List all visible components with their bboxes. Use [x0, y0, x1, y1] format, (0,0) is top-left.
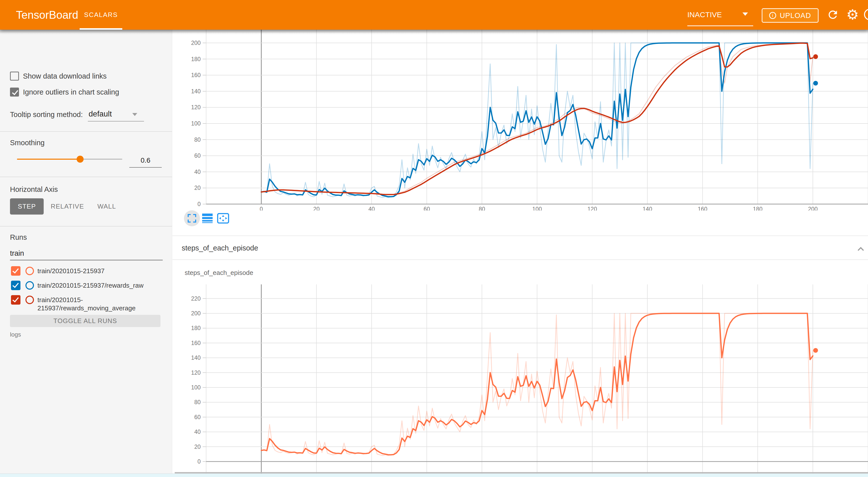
svg-text:120: 120: [191, 370, 200, 376]
run-isolator-circle[interactable]: [26, 267, 34, 275]
rewards-chart[interactable]: 0204060801001201401601802000204060801001…: [175, 30, 868, 211]
svg-text:180: 180: [191, 325, 200, 331]
run-label: train/20201015-215937: [37, 267, 163, 275]
fit-domain-icon[interactable]: [217, 213, 229, 224]
svg-text:40: 40: [368, 206, 375, 211]
runs-filter-underline: [10, 260, 163, 260]
collapse-chevron-icon[interactable]: [857, 247, 864, 252]
svg-text:220: 220: [191, 295, 200, 302]
svg-text:160: 160: [191, 340, 200, 346]
expand-card-icon[interactable]: [188, 214, 196, 223]
runs-heading: Runs: [10, 233, 27, 242]
svg-text:140: 140: [191, 354, 200, 361]
run-label: train/20201015-215937/rewards_moving_ave…: [37, 296, 163, 312]
divider: [0, 131, 172, 132]
svg-text:60: 60: [424, 206, 430, 211]
app-header: TensorBoard SCALARS INACTIVE i UPLOAD ⚙︎: [0, 0, 868, 30]
run-checkbox[interactable]: [11, 281, 21, 290]
tab-scalars[interactable]: SCALARS: [80, 0, 122, 30]
divider: [173, 259, 868, 260]
tensorboard-app: { "header": { "title": "TensorBoard", "t…: [0, 0, 868, 477]
chevron-down-icon[interactable]: [132, 113, 137, 116]
tab-active-underline: [80, 28, 122, 30]
tooltip-sorting-label: Tooltip sorting method:: [10, 110, 83, 119]
svg-text:200: 200: [191, 310, 200, 317]
svg-text:200: 200: [191, 40, 200, 46]
axis-step-button[interactable]: STEP: [10, 198, 44, 215]
status-dropdown-underline: [687, 26, 753, 26]
svg-text:20: 20: [194, 185, 200, 191]
svg-text:200: 200: [808, 206, 817, 211]
svg-text:120: 120: [588, 206, 597, 211]
run-isolator-circle[interactable]: [26, 281, 34, 290]
smoothing-value-underline: [129, 167, 162, 168]
run-label: train/20201015-215937/rewards_raw: [37, 281, 163, 290]
divider: [0, 226, 172, 226]
svg-text:100: 100: [191, 120, 200, 127]
refresh-icon[interactable]: [827, 8, 839, 21]
svg-text:60: 60: [194, 414, 200, 420]
svg-text:160: 160: [191, 72, 200, 78]
bottom-overlay-strip: [0, 474, 868, 477]
run-checkbox[interactable]: [11, 295, 21, 305]
chevron-down-icon[interactable]: [742, 12, 748, 16]
svg-text:40: 40: [194, 428, 200, 435]
header-shadow: [0, 30, 868, 34]
svg-text:80: 80: [479, 206, 485, 211]
svg-text:40: 40: [194, 169, 200, 175]
ignore-outliers-label: Ignore outliers in chart scaling: [23, 88, 119, 96]
ignore-outliers-checkbox[interactable]: [10, 88, 19, 97]
app-title: TensorBoard: [16, 0, 78, 30]
svg-text:180: 180: [753, 206, 763, 211]
section-title: steps_of_each_episode: [182, 244, 258, 252]
svg-text:140: 140: [191, 88, 200, 95]
svg-text:20: 20: [313, 206, 320, 211]
svg-text:20: 20: [194, 444, 200, 450]
svg-text:0: 0: [197, 458, 200, 465]
upload-button-label: UPLOAD: [780, 11, 811, 20]
upload-button[interactable]: i UPLOAD: [762, 8, 818, 23]
tooltip-sorting-underline: [88, 121, 144, 122]
run-checkbox[interactable]: [11, 266, 21, 276]
section-header[interactable]: steps_of_each_episode: [173, 236, 868, 259]
smoothing-slider-knob[interactable]: [76, 156, 84, 163]
toggle-all-runs-button[interactable]: TOGGLE ALL RUNS: [10, 315, 160, 327]
help-icon[interactable]: [864, 9, 868, 20]
chart-card-title: steps_of_each_episode: [185, 269, 253, 277]
show-download-links-label: Show data download links: [23, 72, 106, 80]
runs-filter-input[interactable]: train: [10, 249, 24, 257]
svg-text:0: 0: [197, 201, 200, 207]
smoothing-label: Smoothing: [10, 139, 45, 147]
svg-text:80: 80: [194, 136, 200, 143]
axis-wall-button[interactable]: WALL: [91, 198, 122, 215]
settings-sidebar: Show data download links Ignore outliers…: [0, 30, 172, 477]
runs-footer-label: logs: [10, 331, 21, 338]
svg-text:120: 120: [191, 104, 200, 110]
info-icon: i: [769, 12, 776, 19]
svg-text:140: 140: [643, 206, 652, 211]
svg-text:60: 60: [194, 152, 200, 159]
svg-text:160: 160: [698, 206, 707, 211]
svg-text:0: 0: [260, 206, 263, 211]
tooltip-sorting-dropdown[interactable]: default: [89, 109, 112, 119]
smoothing-slider-fill: [17, 159, 80, 160]
svg-text:180: 180: [191, 56, 200, 62]
svg-text:100: 100: [191, 384, 200, 391]
svg-text:80: 80: [194, 399, 200, 405]
smoothing-value-input[interactable]: 0.6: [129, 156, 162, 164]
divider: [0, 177, 172, 177]
steps-chart[interactable]: 020406080100120140160180200220: [175, 284, 868, 474]
log-scale-icon[interactable]: [202, 214, 213, 223]
gear-icon[interactable]: ⚙︎: [845, 5, 860, 24]
horizontal-axis-label: Horizontal Axis: [10, 185, 58, 194]
svg-text:100: 100: [532, 206, 542, 211]
axis-relative-button[interactable]: RELATIVE: [49, 198, 86, 215]
run-isolator-circle[interactable]: [26, 296, 34, 304]
show-download-links-checkbox[interactable]: [10, 72, 19, 81]
